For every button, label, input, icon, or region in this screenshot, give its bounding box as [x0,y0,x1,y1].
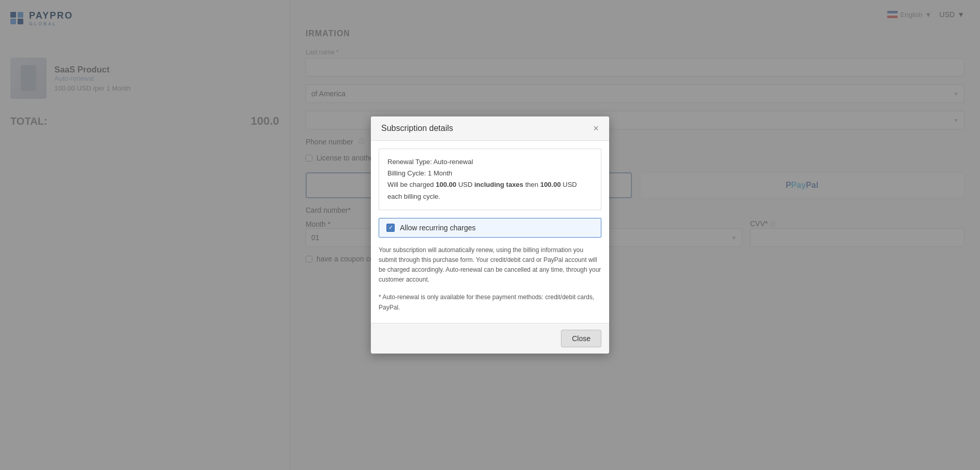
charge-amount1: 100.00 [436,181,456,188]
modal-close-button[interactable]: × [593,124,599,133]
allow-recurring-section[interactable]: ✓ Allow recurring charges [379,218,601,238]
charge-including: including taxes [474,181,524,188]
renewal-type-value: Auto-renewal [434,158,473,166]
renewal-type-label: Renewal Type: [387,158,432,166]
subscription-modal: Subscription details × Renewal Type: Aut… [371,116,609,354]
checkmark-icon: ✓ [388,225,393,230]
modal-body: Renewal Type: Auto-renewal Billing Cycle… [371,149,609,313]
modal-footer: Close [371,323,609,354]
modal-close-button-footer[interactable]: Close [561,330,601,347]
charge-suffix: each billing cycle. [387,193,440,200]
charge-currency2: USD [563,181,577,188]
charge-currency1: USD [458,181,472,188]
charge-pre: Will be charged [387,181,434,188]
modal-title: Subscription details [381,124,453,133]
renewal-type-line: Renewal Type: Auto-renewal [387,156,593,168]
modal-overlay[interactable]: Subscription details × Renewal Type: Aut… [0,0,980,470]
details-box: Renewal Type: Auto-renewal Billing Cycle… [379,149,601,210]
subscription-description: Your subscription will automatically ren… [379,245,601,285]
modal-header: Subscription details × [371,116,609,141]
billing-cycle-line: Billing Cycle: 1 Month [387,168,593,179]
charge-line: Will be charged 100.00 USD including tax… [387,179,593,202]
allow-recurring-label: Allow recurring charges [400,224,475,232]
auto-renewal-note: * Auto-renewal is only available for the… [379,292,601,312]
charge-amount2: 100.00 [540,181,561,188]
billing-cycle-value: 1 Month [428,169,452,177]
charge-then: then [525,181,538,188]
billing-cycle-label: Billing Cycle: [387,169,426,177]
allow-recurring-checkbox[interactable]: ✓ [386,224,395,232]
